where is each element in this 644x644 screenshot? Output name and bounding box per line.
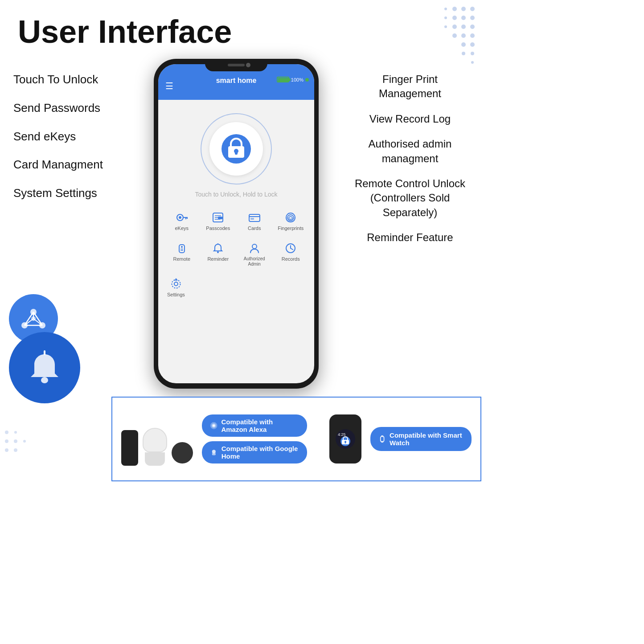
svg-rect-36 xyxy=(250,218,254,220)
svg-point-25 xyxy=(179,216,181,219)
feature-fingerprint: Finger Print Management xyxy=(352,72,468,101)
google-badge: Compatible with Google Home xyxy=(202,441,307,464)
lock-circle-inner xyxy=(209,122,263,176)
svg-rect-72 xyxy=(381,437,384,442)
fingerprints-label: Fingerprints xyxy=(278,226,304,231)
google-home-base xyxy=(145,452,165,466)
watch-lock-icon: 4:25 xyxy=(334,428,357,450)
svg-point-9 xyxy=(461,25,466,29)
records-label: Records xyxy=(282,256,300,262)
svg-point-41 xyxy=(217,251,219,253)
compatibility-section: Compatible with Amazon Alexa Compatible … xyxy=(111,397,481,481)
smart-devices-images xyxy=(121,412,193,466)
menu-icon[interactable]: ☰ xyxy=(165,81,173,91)
fingerprints-button[interactable]: Fingerprints xyxy=(275,208,308,235)
svg-point-78 xyxy=(14,439,17,443)
lock-area[interactable]: Touch to Unlock, Hold to Lock xyxy=(195,113,277,198)
alexa-dot-image xyxy=(172,442,193,464)
svg-rect-34 xyxy=(249,214,260,222)
svg-point-43 xyxy=(252,244,257,249)
svg-point-0 xyxy=(470,7,475,11)
ekeys-button[interactable]: eKeys xyxy=(165,208,198,235)
alexa-icon xyxy=(210,421,217,431)
passcodes-icon xyxy=(212,211,224,224)
right-features-column: Finger Print Management View Record Log … xyxy=(352,54,468,245)
feature-auth-admin: Authorised admin managment xyxy=(352,137,468,166)
reminder-button[interactable]: Reminder xyxy=(202,238,235,271)
svg-point-8 xyxy=(470,25,475,29)
google-home-top xyxy=(143,428,167,452)
svg-point-12 xyxy=(470,33,475,38)
phone-app-title-area: smart home xyxy=(216,77,257,85)
svg-point-63 xyxy=(213,425,215,427)
battery-fill xyxy=(278,78,288,82)
feature-reminder: Reminder Feature xyxy=(352,230,468,245)
phone-mockup: ☰ smart home 100% xyxy=(154,59,319,389)
watch-section: 4:25 Compatible with Smart Watch xyxy=(329,414,472,464)
lock-icon xyxy=(221,133,252,164)
feature-system-settings: System Settings xyxy=(13,186,97,201)
svg-point-15 xyxy=(470,42,475,47)
compatibility-badges: Compatible with Amazon Alexa Compatible … xyxy=(202,414,307,464)
svg-point-76 xyxy=(14,448,17,452)
svg-rect-23 xyxy=(235,151,238,155)
records-icon xyxy=(284,242,297,254)
svg-point-10 xyxy=(452,25,457,29)
ekeys-icon xyxy=(176,211,188,224)
svg-point-14 xyxy=(452,33,457,38)
svg-point-5 xyxy=(461,16,466,20)
lock-circle-outer xyxy=(201,113,272,185)
feature-send-passwords: Send Passwords xyxy=(13,101,100,116)
main-layout: Touch To Unlock Send Passwords Send eKey… xyxy=(0,54,481,389)
svg-text:4:25: 4:25 xyxy=(338,432,346,437)
settings-button[interactable]: Settings xyxy=(165,274,187,301)
phone-screen: ☰ smart home 100% xyxy=(158,64,314,383)
smart-watch-image: 4:25 xyxy=(329,414,361,464)
authorized-admin-button[interactable]: Authorized Admin xyxy=(238,238,271,271)
lock-hint: Touch to Unlock, Hold to Lock xyxy=(195,191,277,198)
google-home-icon xyxy=(210,447,218,457)
cards-icon xyxy=(248,211,261,224)
svg-point-1 xyxy=(461,7,466,11)
reminder-icon xyxy=(212,242,224,254)
phone-body: ☰ smart home 100% xyxy=(154,59,319,389)
battery-text: 100% xyxy=(291,77,304,82)
google-home-image xyxy=(143,428,167,466)
decorative-dots-bottom-left xyxy=(2,410,47,455)
bell-circle-icon xyxy=(9,332,80,403)
svg-point-16 xyxy=(461,42,466,47)
svg-rect-40 xyxy=(180,250,183,251)
svg-rect-71 xyxy=(345,442,346,443)
fingerprints-icon xyxy=(284,211,297,224)
amazon-echo-image xyxy=(121,430,138,466)
left-features-column: Touch To Unlock Send Passwords Send eKey… xyxy=(13,54,120,201)
svg-point-7 xyxy=(444,16,447,19)
authorized-admin-icon xyxy=(248,242,261,254)
svg-point-48 xyxy=(172,280,180,288)
alexa-badge-text: Compatible with Amazon Alexa xyxy=(221,418,299,433)
cards-button[interactable]: Cards xyxy=(238,208,271,235)
settings-icon xyxy=(170,278,182,290)
svg-point-2 xyxy=(452,7,457,11)
feature-record-log: View Record Log xyxy=(352,112,468,126)
svg-point-47 xyxy=(174,282,178,286)
watch-badge-text: Compatible with Smart Watch xyxy=(390,431,464,447)
svg-point-38 xyxy=(181,246,183,248)
phone-app-title: smart home xyxy=(216,77,257,84)
remote-button[interactable]: Remote xyxy=(165,238,198,271)
google-badge-text: Compatible with Google Home xyxy=(222,445,299,460)
alexa-badge: Compatible with Amazon Alexa xyxy=(202,414,307,437)
svg-line-46 xyxy=(291,248,293,250)
records-button[interactable]: Records xyxy=(275,238,308,271)
ekeys-label: eKeys xyxy=(175,226,189,231)
network-icon xyxy=(18,303,49,334)
phone-notch xyxy=(205,59,267,71)
svg-point-13 xyxy=(461,33,466,38)
feature-send-ekeys: Send eKeys xyxy=(13,129,76,144)
svg-rect-39 xyxy=(180,249,183,250)
authorized-admin-label: Authorized Admin xyxy=(240,256,269,267)
passcodes-label: Passcodes xyxy=(206,226,230,231)
svg-point-75 xyxy=(5,448,8,452)
svg-point-4 xyxy=(470,16,475,20)
passcodes-button[interactable]: Passcodes xyxy=(202,208,235,235)
